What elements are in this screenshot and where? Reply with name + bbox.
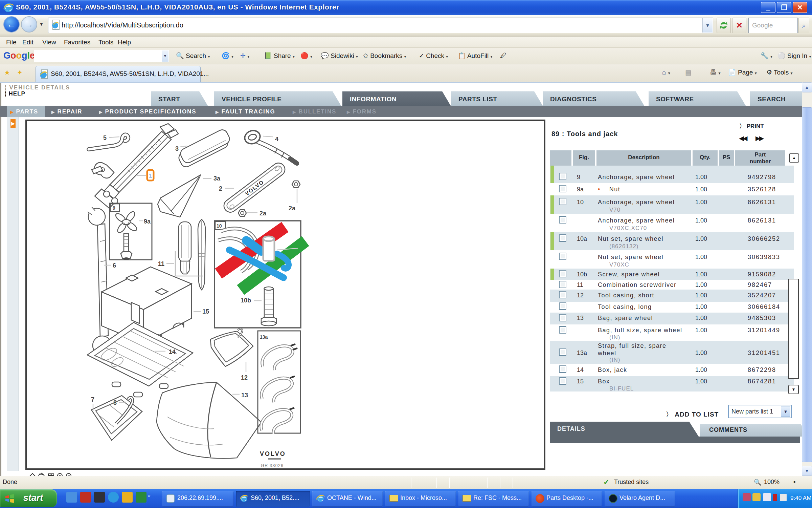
svg-text:9: 9	[113, 205, 115, 211]
svg-text:2a: 2a	[260, 210, 267, 217]
svg-text:GR 33026: GR 33026	[261, 463, 284, 468]
svg-text:13: 13	[241, 392, 248, 399]
svg-text:14: 14	[169, 348, 176, 355]
svg-text:7: 7	[91, 396, 94, 403]
svg-text:2a: 2a	[289, 205, 296, 212]
svg-text:12: 12	[241, 374, 248, 381]
svg-text:1: 1	[149, 173, 152, 179]
svg-text:4: 4	[275, 136, 278, 143]
svg-text:VOLVO: VOLVO	[260, 450, 286, 457]
svg-text:11: 11	[158, 260, 164, 267]
svg-text:2: 2	[219, 185, 222, 192]
svg-text:3a: 3a	[213, 175, 221, 182]
svg-text:15: 15	[202, 308, 209, 315]
svg-text:3: 3	[175, 145, 179, 152]
svg-text:10b: 10b	[241, 297, 251, 304]
svg-text:6: 6	[113, 262, 116, 269]
svg-text:10: 10	[217, 223, 222, 229]
svg-text:8: 8	[113, 399, 117, 406]
svg-text:5: 5	[103, 134, 107, 141]
svg-text:9a: 9a	[144, 218, 151, 225]
svg-text:13a: 13a	[260, 334, 268, 340]
